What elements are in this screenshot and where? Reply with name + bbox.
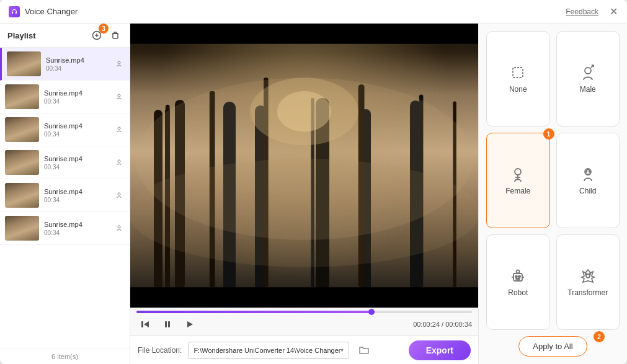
video-section: 00:00:24 / 00:00:34 File Location: F:\Wo… <box>130 24 478 364</box>
playlist-item[interactable]: Sunrise.mp4 00:34 <box>0 48 130 81</box>
voice-card-child[interactable]: Child <box>556 133 620 228</box>
playlist-info: Sunrise.mp4 00:34 <box>44 221 113 236</box>
feedback-link[interactable]: Feedback <box>566 7 598 16</box>
svg-rect-30 <box>168 321 170 327</box>
title-bar-right: Feedback ✕ <box>566 7 618 17</box>
playlist-item[interactable]: Sunrise.mp4 00:34 <box>0 179 130 212</box>
svg-point-53 <box>589 273 590 275</box>
playlist-voice-button[interactable] <box>113 157 125 168</box>
file-path-select[interactable]: F:\Wondershare UniConverter 14\Voice Cha… <box>188 342 349 359</box>
video-frame <box>130 24 478 308</box>
svg-point-52 <box>585 273 587 275</box>
progress-fill <box>136 311 371 313</box>
voice-label-male: Male <box>580 85 596 94</box>
playlist-voice-button[interactable] <box>113 91 125 102</box>
playlist-thumb <box>5 150 39 175</box>
svg-marker-31 <box>187 321 193 327</box>
app-icon <box>9 6 20 17</box>
playlist-list: Sunrise.mp4 00:34 Sunrise.mp4 00:34 <box>0 48 130 348</box>
playlist-voice-button[interactable] <box>113 223 125 234</box>
delete-files-button[interactable] <box>109 29 122 42</box>
app-title: Voice Changer <box>25 7 78 16</box>
playlist-info: Sunrise.mp4 00:34 <box>44 155 113 171</box>
svg-rect-29 <box>165 321 167 327</box>
voice-card-female[interactable]: 1 Female <box>486 133 550 228</box>
playlist-item-name: Sunrise.mp4 <box>44 89 113 97</box>
right-panel: None Male 1 Female Child <box>478 24 627 364</box>
voice-icon-male <box>579 64 597 81</box>
time-display: 00:00:24 / 00:00:34 <box>413 321 472 328</box>
close-button[interactable]: ✕ <box>608 7 618 17</box>
playlist-item[interactable]: Sunrise.mp4 00:34 <box>0 212 130 245</box>
playlist-item[interactable]: Sunrise.mp4 00:34 <box>0 146 130 179</box>
progress-handle[interactable] <box>368 309 375 315</box>
voice-grid: None Male 1 Female Child <box>486 31 620 330</box>
play-button[interactable] <box>181 316 198 333</box>
voice-card-male[interactable]: Male <box>556 31 620 127</box>
skip-back-button[interactable] <box>136 316 154 333</box>
chevron-down-icon: ▾ <box>340 347 344 353</box>
playlist-thumb <box>5 117 39 142</box>
voice-label-none: None <box>509 85 527 94</box>
playlist-thumb <box>7 51 41 76</box>
svg-point-13 <box>118 226 120 228</box>
voice-card-robot[interactable]: Robot <box>486 234 550 330</box>
playlist-info: Sunrise.mp4 00:34 <box>44 188 113 203</box>
playlist-voice-button[interactable] <box>113 190 125 201</box>
playlist-item-duration: 00:34 <box>46 65 113 72</box>
file-location-bar: File Location: F:\Wondershare UniConvert… <box>130 335 478 364</box>
video-container[interactable] <box>130 24 478 308</box>
voice-badge-female: 1 <box>543 128 554 140</box>
add-badge: 3 <box>99 24 109 33</box>
svg-point-37 <box>515 169 521 175</box>
svg-point-8 <box>118 61 120 64</box>
apply-to-all-button[interactable]: Apply to All <box>518 336 587 357</box>
controls-row: 00:00:24 / 00:00:34 <box>136 316 472 333</box>
voice-icon-transformer <box>579 267 597 285</box>
svg-point-12 <box>118 193 120 195</box>
svg-point-11 <box>118 160 120 162</box>
title-bar: Voice Changer Feedback ✕ <box>0 0 627 24</box>
playlist-item[interactable]: Sunrise.mp4 00:34 <box>0 81 130 113</box>
voice-label-female: Female <box>505 187 530 195</box>
playlist-thumb <box>5 183 39 208</box>
playlist-info: Sunrise.mp4 00:34 <box>44 122 113 138</box>
file-location-label: File Location: <box>138 346 182 355</box>
playlist-title: Playlist <box>7 31 36 40</box>
playlist-count: 6 item(s) <box>0 348 130 364</box>
voice-card-transformer[interactable]: Transformer <box>556 234 620 330</box>
playlist-item-name: Sunrise.mp4 <box>44 221 113 228</box>
svg-point-33 <box>585 68 591 74</box>
playlist-header: Playlist 3 <box>0 24 130 48</box>
open-folder-button[interactable] <box>355 342 373 359</box>
progress-bar[interactable] <box>136 311 472 313</box>
main-content: Playlist 3 <box>0 24 627 364</box>
playlist-voice-button[interactable] <box>113 58 125 69</box>
apply-all-badge: 2 <box>594 331 605 342</box>
main-window: Voice Changer Feedback ✕ Playlist <box>0 0 627 364</box>
voice-card-none[interactable]: None <box>486 31 550 127</box>
voice-icon-none <box>509 64 527 81</box>
playlist-actions: 3 <box>90 29 122 42</box>
apply-all-container: 2 Apply to All <box>486 336 620 357</box>
svg-rect-3 <box>113 33 118 38</box>
playlist-voice-button[interactable] <box>113 124 125 135</box>
voice-label-transformer: Transformer <box>567 288 608 297</box>
playlist-item[interactable]: Sunrise.mp4 00:34 <box>0 113 130 146</box>
svg-point-42 <box>589 171 590 172</box>
file-path-text: F:\Wondershare UniConverter 14\Voice Cha… <box>193 347 340 354</box>
svg-point-41 <box>585 171 587 172</box>
export-button[interactable]: Export <box>409 340 471 360</box>
playlist-item-name: Sunrise.mp4 <box>44 155 113 162</box>
playlist-item-duration: 00:34 <box>44 229 113 236</box>
svg-rect-46 <box>516 278 520 280</box>
playlist-thumb <box>5 216 39 241</box>
add-files-button[interactable]: 3 <box>90 29 104 42</box>
pause-button[interactable] <box>159 316 176 333</box>
playlist-item-name: Sunrise.mp4 <box>44 188 113 195</box>
svg-marker-27 <box>144 321 149 327</box>
svg-rect-45 <box>518 276 520 277</box>
svg-point-9 <box>118 94 120 97</box>
playlist-item-duration: 00:34 <box>44 197 113 203</box>
playlist-item-name: Sunrise.mp4 <box>46 56 113 64</box>
